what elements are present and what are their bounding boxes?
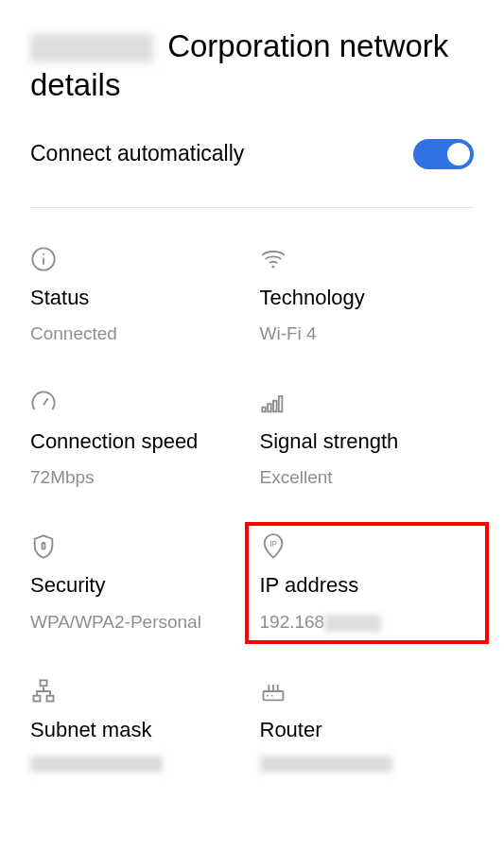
security-item: Security WPA/WPA2-Personal <box>30 533 245 632</box>
ip-address-value: 192.168 <box>260 612 475 633</box>
technology-label: Technology <box>260 286 475 310</box>
technology-value: Wi-Fi 4 <box>260 323 475 344</box>
svg-rect-11 <box>41 680 47 686</box>
svg-rect-14 <box>263 691 283 700</box>
subnet-mask-value-obscured <box>30 756 163 773</box>
router-icon <box>260 678 287 705</box>
connection-speed-item: Connection speed 72Mbps <box>30 390 245 488</box>
svg-rect-9 <box>42 544 44 549</box>
security-value: WPA/WPA2-Personal <box>30 612 245 633</box>
signal-strength-label: Signal strength <box>260 429 475 454</box>
svg-point-19 <box>270 694 272 696</box>
svg-rect-5 <box>262 408 266 412</box>
network-name-obscured <box>30 34 153 62</box>
router-label: Router <box>260 718 475 742</box>
svg-rect-12 <box>34 695 41 701</box>
signal-strength-value: Excellent <box>260 467 475 488</box>
svg-point-18 <box>267 694 269 696</box>
connect-automatically-label: Connect automatically <box>30 141 244 166</box>
info-icon <box>30 246 57 272</box>
svg-rect-6 <box>268 404 271 411</box>
ip-address-item: IP IP address 192.168 <box>260 533 475 632</box>
status-value: Connected <box>30 323 245 344</box>
ip-obscured <box>324 615 381 632</box>
router-value-obscured <box>260 756 392 773</box>
svg-point-2 <box>43 252 44 254</box>
signal-strength-item: Signal strength Excellent <box>260 390 475 488</box>
svg-point-3 <box>271 265 274 268</box>
page-title: Corporation network details <box>30 26 474 105</box>
details-grid: Status Connected Technology Wi-Fi 4 Conn… <box>30 246 474 774</box>
connection-speed-label: Connection speed <box>30 429 245 454</box>
svg-rect-8 <box>278 396 282 411</box>
wifi-icon <box>260 246 287 272</box>
connect-automatically-row: Connect automatically <box>30 139 474 208</box>
technology-item: Technology Wi-Fi 4 <box>260 246 475 344</box>
shield-icon <box>30 533 57 560</box>
svg-rect-7 <box>273 401 277 412</box>
network-tree-icon <box>30 678 57 705</box>
signal-bars-icon <box>260 390 287 416</box>
svg-rect-13 <box>47 695 54 701</box>
status-label: Status <box>30 286 245 310</box>
svg-line-4 <box>43 398 48 405</box>
connect-automatically-toggle[interactable] <box>413 139 474 169</box>
router-item: Router <box>260 678 475 773</box>
security-label: Security <box>30 573 245 598</box>
status-item: Status Connected <box>30 246 245 344</box>
speed-icon <box>30 390 57 416</box>
ip-address-label: IP address <box>260 573 475 598</box>
subnet-mask-item: Subnet mask <box>30 678 245 773</box>
connection-speed-value: 72Mbps <box>30 467 245 488</box>
svg-text:IP: IP <box>269 540 277 548</box>
subnet-mask-label: Subnet mask <box>30 718 245 742</box>
ip-pin-icon: IP <box>260 533 287 560</box>
